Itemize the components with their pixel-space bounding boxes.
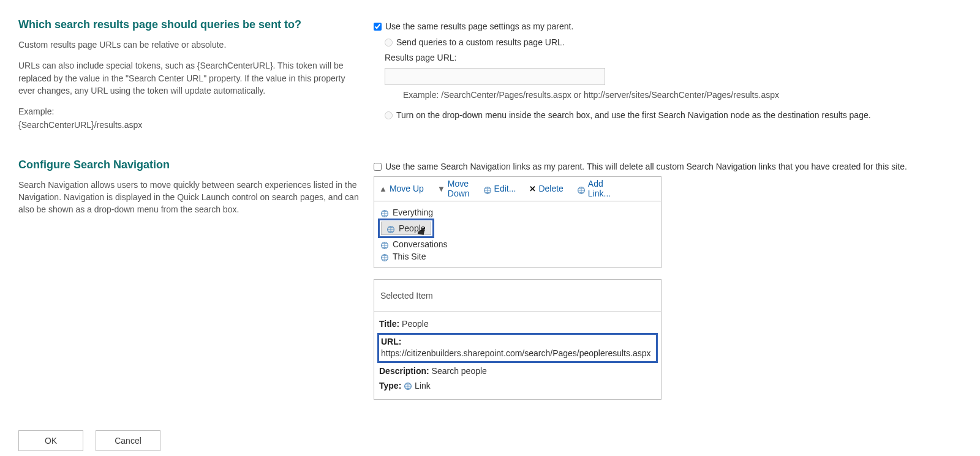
selected-type-line: Type: Link [379,379,656,394]
label-same-results-parent: Use the same results page settings as my… [385,21,573,33]
selected-url-label: URL: [381,337,401,346]
link-icon [404,380,412,389]
selected-desc-value: Search people [432,366,487,376]
label-same-nav-parent: Use the same Search Navigation links as … [385,161,907,173]
arrow-down-icon: ▼ [437,184,445,194]
footer-buttons: OK Cancel [18,430,962,451]
link-icon [380,252,389,261]
selected-desc-label: Description: [379,366,429,376]
link-icon [380,208,389,217]
checkbox-same-nav-parent[interactable] [374,163,382,171]
label-custom-results-page: Send queries to a custom results page UR… [396,37,565,49]
selected-type-value: Link [415,381,431,391]
btn-move-up[interactable]: ▲ Move Up [379,184,424,194]
btn-edit[interactable]: Edit... [483,184,516,194]
nav-item-label: Everything [393,207,433,217]
nav-item-conversations[interactable]: Conversations [378,238,657,250]
nav-item-everything[interactable]: Everything [378,206,657,219]
selected-type-label: Type: [379,381,401,391]
close-icon: ✕ [529,184,536,194]
selected-title-line: Title: People [379,317,656,332]
nav-item-label: People [399,223,426,233]
nav-toolbar: ▲ Move Up ▼ MoveDown Edit... ✕ Delete [374,176,662,201]
link-icon [380,240,389,249]
selected-title-label: Title: [379,319,399,329]
selected-title-value: People [402,319,429,329]
btn-delete-label: Delete [538,184,563,194]
nav-item-label: This Site [393,252,426,261]
section2-desc: Search Navigation allows users to move q… [18,179,361,216]
link-icon [577,185,586,193]
selected-desc-line: Description: Search people [379,364,656,379]
section1-title: Which search results page should queries… [18,18,361,31]
ok-button[interactable]: OK [18,430,83,451]
btn-add-link-label: AddLink... [588,179,611,198]
nav-item-this-site[interactable]: This Site [378,250,657,263]
label-results-url: Results page URL: [385,52,457,64]
btn-edit-label: Edit... [494,184,516,194]
nav-item-people[interactable]: People [378,219,657,238]
section2-title: Configure Search Navigation [18,159,361,171]
btn-delete[interactable]: ✕ Delete [529,184,563,194]
selected-item-panel: Selected Item Title: People URL: https:/… [374,279,662,400]
input-results-url[interactable] [385,68,605,85]
btn-move-up-label: Move Up [390,184,424,194]
section-results-page: Which search results page should queries… [18,18,962,140]
arrow-up-icon: ▲ [379,184,387,194]
section1-example-label: Example: [18,105,361,118]
link-icon [483,185,492,193]
link-icon [386,224,395,233]
selected-url-value: https://citizenbuilders.sharepoint.com/s… [381,348,654,360]
section-search-navigation: Configure Search Navigation Search Navig… [18,159,962,400]
section1-example-value: {SearchCenterURL}/results.aspx [18,119,361,131]
selected-item-header: Selected Item [374,280,661,312]
section1-desc1: Custom results page URLs can be relative… [18,39,361,51]
nav-list: Everything People Conversations [374,201,662,268]
nav-item-label: Conversations [393,239,448,249]
btn-add-link[interactable]: AddLink... [577,179,611,198]
results-url-example: Example: /SearchCenter/Pages/results.asp… [403,90,962,100]
radio-custom-results-page[interactable] [385,39,393,47]
radio-dropdown-searchbox[interactable] [385,111,393,119]
btn-move-down[interactable]: ▼ MoveDown [437,179,470,198]
cancel-button[interactable]: Cancel [96,430,160,451]
selected-url-line: URL: https://citizenbuilders.sharepoint.… [377,333,658,363]
label-dropdown-searchbox: Turn on the drop-down menu inside the se… [396,110,871,122]
checkbox-same-results-parent[interactable] [374,23,382,31]
section1-desc2: URLs can also include special tokens, su… [18,59,361,97]
btn-move-down-label: MoveDown [448,179,470,198]
